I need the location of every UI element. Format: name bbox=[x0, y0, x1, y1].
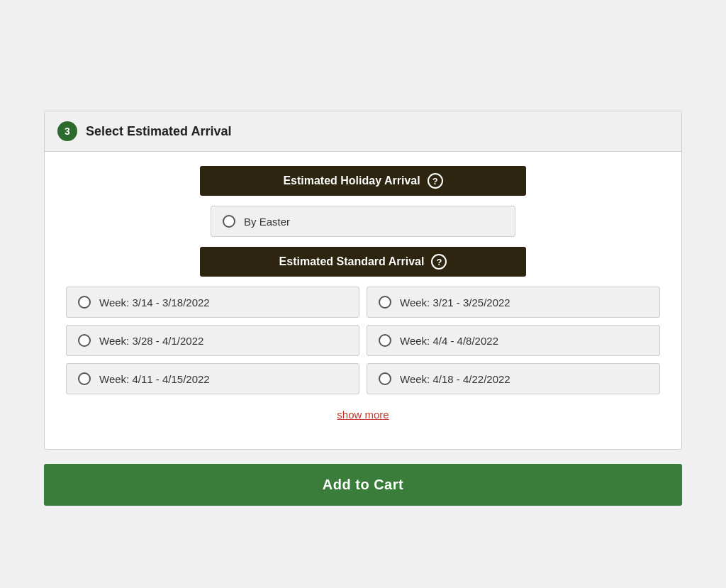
radio-option-week3-left[interactable]: Week: 4/11 - 4/15/2022 bbox=[66, 363, 359, 394]
radio-circle-week2-right bbox=[379, 334, 391, 347]
radio-label-week3-left: Week: 4/11 - 4/15/2022 bbox=[99, 373, 210, 385]
radio-circle-week3-left bbox=[78, 372, 91, 385]
standard-help-icon[interactable]: ? bbox=[431, 254, 447, 270]
card-body: Estimated Holiday Arrival ? By Easter Es… bbox=[45, 152, 681, 435]
radio-option-week2-left[interactable]: Week: 3/28 - 4/1/2022 bbox=[66, 325, 359, 356]
holiday-help-icon[interactable]: ? bbox=[428, 173, 443, 189]
radio-label-week2-right: Week: 4/4 - 4/8/2022 bbox=[400, 335, 498, 347]
standard-arrival-header: Estimated Standard Arrival ? bbox=[200, 247, 526, 277]
radio-label-week1-left: Week: 3/14 - 3/18/2022 bbox=[99, 296, 210, 309]
show-more-link[interactable]: show more bbox=[337, 409, 389, 421]
radio-label-week2-left: Week: 3/28 - 4/1/2022 bbox=[99, 335, 203, 347]
radio-option-week2-right[interactable]: Week: 4/4 - 4/8/2022 bbox=[367, 325, 660, 356]
step-badge: 3 bbox=[57, 121, 77, 141]
add-to-cart-button[interactable]: Add to Cart bbox=[44, 464, 682, 506]
holiday-arrival-header: Estimated Holiday Arrival ? bbox=[200, 166, 526, 196]
radio-circle-by-easter bbox=[223, 215, 235, 228]
radio-circle-week1-right bbox=[379, 296, 391, 309]
card-header: 3 Select Estimated Arrival bbox=[45, 111, 681, 152]
radio-circle-week3-right bbox=[379, 372, 391, 385]
radio-option-week1-left[interactable]: Week: 3/14 - 3/18/2022 bbox=[66, 287, 359, 318]
radio-option-week3-right[interactable]: Week: 4/18 - 4/22/2022 bbox=[367, 363, 660, 394]
radio-label-week1-right: Week: 3/21 - 3/25/2022 bbox=[400, 296, 510, 309]
radio-circle-week2-left bbox=[78, 334, 91, 347]
main-card: 3 Select Estimated Arrival Estimated Hol… bbox=[44, 111, 682, 450]
radio-circle-week1-left bbox=[78, 296, 91, 309]
page-wrapper: 3 Select Estimated Arrival Estimated Hol… bbox=[14, 14, 712, 588]
standard-arrival-label: Estimated Standard Arrival bbox=[279, 255, 425, 268]
radio-option-week1-right[interactable]: Week: 3/21 - 3/25/2022 bbox=[367, 287, 660, 318]
page-title: Select Estimated Arrival bbox=[86, 124, 231, 139]
radio-label-by-easter: By Easter bbox=[244, 216, 290, 228]
radio-label-week3-right: Week: 4/18 - 4/22/2022 bbox=[400, 373, 510, 385]
holiday-arrival-label: Estimated Holiday Arrival bbox=[283, 174, 420, 187]
standard-options-grid: Week: 3/14 - 3/18/2022 Week: 3/21 - 3/25… bbox=[66, 287, 660, 394]
radio-option-by-easter[interactable]: By Easter bbox=[211, 206, 515, 237]
